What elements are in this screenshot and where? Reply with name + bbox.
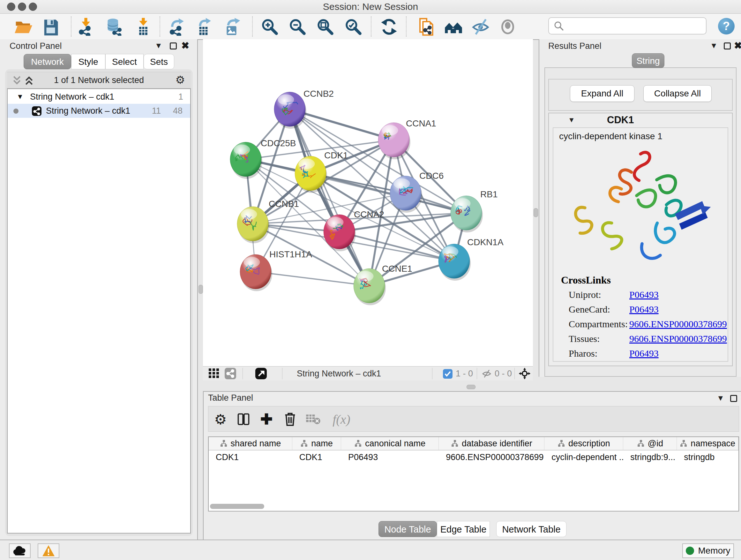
selected-checkbox-icon[interactable] [443, 369, 453, 379]
save-session-button[interactable] [42, 17, 60, 36]
table-cell[interactable]: 9606.ENSP00000378699 [439, 450, 544, 464]
export-image-button[interactable] [223, 17, 242, 36]
float-panel-icon[interactable] [724, 43, 731, 50]
help-button[interactable]: ? [718, 18, 735, 35]
fx-icon: f(x) [333, 412, 350, 427]
column-header--id[interactable]: @id [623, 437, 677, 450]
tab-node-table[interactable]: Node Table [379, 521, 437, 537]
network-node[interactable]: CCNB1 [237, 199, 299, 243]
zoom-selected-button[interactable] [344, 17, 362, 36]
share-clipboard-button[interactable] [417, 17, 436, 36]
window-title: Session: New Session [0, 0, 741, 13]
column-header-canonical-name[interactable]: canonical name [341, 437, 439, 450]
column-header-label: description [568, 439, 610, 449]
warnings-button[interactable] [38, 543, 59, 558]
memory-button[interactable]: Memory [682, 543, 734, 558]
delete-column-button[interactable] [280, 410, 300, 429]
network-view-canvas[interactable]: CCNB2CCNA1CDC25BCDK1CDC6RB1CCNB1CCNA2CDK… [203, 39, 533, 366]
tab-sets[interactable]: Sets [144, 54, 174, 69]
right-splitter-handle[interactable] [534, 208, 538, 217]
network-node[interactable]: CDC6 [390, 171, 444, 212]
table-cell[interactable]: stringdb:9... [623, 450, 677, 464]
show-panels-button[interactable] [498, 17, 517, 36]
create-column-button[interactable]: ✚ [257, 410, 276, 429]
tab-select[interactable]: Select [105, 54, 144, 69]
show-columns-button[interactable] [234, 410, 253, 429]
zoom-in-button[interactable] [260, 17, 279, 36]
column-type-icon [300, 440, 308, 447]
column-header-shared-name[interactable]: shared name [209, 437, 292, 450]
apply-layout-button[interactable] [380, 17, 398, 36]
horizontal-scrollbar[interactable] [210, 504, 264, 509]
tree-expand-icon[interactable]: ▼ [17, 90, 23, 104]
bottom-splitter-handle[interactable] [467, 385, 475, 389]
float-panel-icon[interactable] [170, 43, 177, 50]
search-input[interactable] [567, 21, 706, 31]
section-expand-icon[interactable]: ▼ [568, 116, 575, 124]
column-header-label: shared name [231, 439, 281, 449]
tab-edge-table[interactable]: Edge Table [437, 521, 490, 537]
crosslink-link[interactable]: P06493 [629, 304, 659, 315]
function-builder-button[interactable]: f(x) [327, 410, 356, 429]
crosslink-link[interactable]: P06493 [629, 348, 659, 359]
column-header-database-identifier[interactable]: database identifier [439, 437, 544, 450]
network-edge[interactable] [256, 272, 369, 286]
expand-all-button[interactable]: Expand All [570, 85, 634, 102]
table-cell[interactable]: P06493 [341, 450, 439, 464]
detach-view-button[interactable] [255, 368, 267, 379]
table-settings-button[interactable]: ⚙ [211, 410, 230, 429]
tab-network[interactable]: Network [23, 54, 71, 69]
import-network-button[interactable] [77, 17, 95, 36]
open-session-button[interactable] [14, 17, 32, 36]
center-view-button[interactable] [518, 367, 531, 381]
zoom-fit-button[interactable] [316, 17, 334, 36]
tab-style[interactable]: Style [71, 54, 105, 69]
collapse-panel-icon[interactable]: ▼ [155, 41, 162, 50]
collapse-all-button[interactable]: Collapse All [643, 85, 712, 102]
search-box[interactable] [548, 17, 706, 35]
column-header-description[interactable]: description [544, 437, 623, 450]
crosslink-link[interactable]: 9606.ENSP00000378699 [629, 333, 727, 344]
table-cell[interactable]: CDK1 [292, 450, 341, 464]
close-panel-icon[interactable]: ✖ [734, 40, 741, 51]
table-cell[interactable]: cyclin-dependent ... [544, 450, 623, 464]
collection-count: 1 [179, 90, 183, 104]
float-panel-icon[interactable] [730, 395, 737, 402]
zoom-out-button[interactable] [288, 17, 307, 36]
export-table-button[interactable] [195, 17, 214, 36]
network-row[interactable]: String Network – cdk1 11 48 [8, 104, 190, 118]
network-graph[interactable]: CCNB2CCNA1CDC25BCDK1CDC6RB1CCNB1CCNA2CDK… [203, 39, 533, 366]
crosslink-link[interactable]: 9606.ENSP00000378699 [629, 319, 727, 329]
close-panel-icon[interactable]: ✖ [181, 40, 189, 51]
table-row[interactable]: CDK1CDK1P064939606.ENSP00000378699cyclin… [209, 450, 738, 464]
tab-network-table[interactable]: Network Table [496, 521, 566, 537]
export-network-button[interactable] [168, 17, 187, 36]
left-splitter-handle[interactable] [199, 285, 203, 294]
delete-table-button[interactable] [304, 410, 323, 429]
network-share-view-button[interactable] [225, 368, 236, 379]
table-cell[interactable]: stringdb [677, 450, 738, 464]
network-edge[interactable] [290, 109, 369, 286]
column-header-label: database identifier [462, 439, 532, 449]
hide-panels-button[interactable] [471, 17, 490, 36]
network-node[interactable]: RB1 [451, 189, 497, 233]
crosslink-link[interactable]: P06493 [629, 289, 659, 300]
collapse-panel-icon[interactable]: ▼ [710, 41, 718, 50]
network-node[interactable]: CDKN1A [439, 237, 503, 281]
table-cell[interactable]: CDK1 [209, 450, 292, 464]
node-result-header[interactable]: ▼ CDK1 [549, 113, 732, 127]
collapse-panel-icon[interactable]: ▼ [717, 394, 724, 402]
cloud-status-button[interactable] [9, 543, 30, 558]
network-node[interactable]: HIST1H1A [240, 249, 312, 291]
string-home-button[interactable] [444, 17, 463, 36]
column-header-name[interactable]: name [292, 437, 341, 450]
tab-string[interactable]: String [632, 53, 664, 68]
column-header-namespace[interactable]: namespace [677, 437, 738, 450]
gear-icon[interactable]: ⚙ [176, 73, 185, 86]
import-table-button[interactable] [134, 17, 152, 36]
column-header-label: canonical name [365, 439, 425, 449]
import-network-from-database-button[interactable] [105, 17, 123, 36]
node-label: CCNA2 [354, 209, 384, 219]
grid-view-button[interactable] [209, 368, 219, 380]
network-collection-row[interactable]: ▼ String Network – cdk1 1 [8, 90, 190, 104]
